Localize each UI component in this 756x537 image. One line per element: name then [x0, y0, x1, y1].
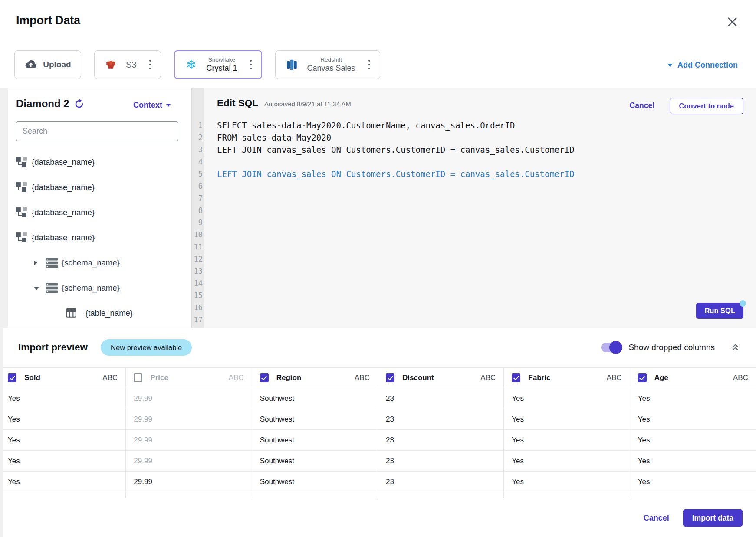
collapse-section-icon[interactable] [730, 342, 740, 353]
column-header-discount: Discount ABC [378, 368, 504, 388]
table-row: Yes29.99Southwest23YesYes [0, 472, 756, 492]
line-number: 16 [192, 301, 203, 314]
column-checkbox-discount[interactable] [386, 373, 394, 382]
connections-toolbar: Upload S3 ❄ Snowflake Crystal 1 Redshift… [0, 42, 756, 88]
caret-collapsed-icon[interactable] [34, 260, 38, 265]
line-number: 8 [192, 204, 203, 216]
table-cell: Southwest [252, 472, 378, 492]
column-type-label: ABC [733, 373, 748, 382]
editor-title: Edit SQL [217, 98, 258, 109]
show-dropped-columns-toggle[interactable] [601, 343, 621, 352]
schema-icon [46, 283, 58, 293]
code-line: SELECT sales-data-May2020.CustomerName, … [217, 119, 749, 131]
add-connection-label: Add Connection [677, 61, 738, 70]
add-connection-button[interactable]: Add Connection [667, 61, 738, 70]
table-cell: 23 [378, 451, 504, 471]
tree-item-database[interactable]: {database_name} [8, 231, 191, 245]
import-data-button[interactable]: Import data [683, 509, 743, 527]
upload-button[interactable]: Upload [14, 50, 81, 79]
sql-code-area[interactable]: SELECT sales-data-May2020.CustomerName, … [217, 119, 749, 326]
tree-item-label: {database_name} [32, 157, 95, 167]
table-cell: Yes [504, 451, 630, 471]
line-number: 6 [192, 180, 203, 192]
table-cell: Yes [504, 430, 630, 450]
table-cell: 23 [378, 430, 504, 450]
show-dropped-columns-label: Show dropped columns [628, 343, 715, 352]
table-cell: Yes [0, 451, 126, 471]
tree-item-label: {database_name} [32, 208, 95, 217]
column-checkbox-price[interactable] [134, 373, 142, 382]
column-name: Discount [402, 373, 434, 382]
code-line [217, 301, 749, 314]
tree-item-database[interactable]: {database_name} [8, 180, 191, 194]
table-cell: Yes [0, 430, 126, 450]
s3-icon [104, 59, 117, 70]
tree-item-database[interactable]: {database_name} [8, 206, 191, 219]
table-cell [630, 492, 756, 498]
column-checkbox-sold[interactable] [8, 373, 16, 382]
table-cell [252, 492, 378, 498]
code-line: FROM sales-data-May2020 [217, 131, 749, 144]
table-row: Yes29.99Southwest23YesYes [0, 409, 756, 430]
column-name: Age [654, 373, 668, 382]
run-sql-button[interactable]: Run SQL [696, 303, 743, 319]
column-checkbox-age[interactable] [638, 373, 647, 382]
tree-item-label: {database_name} [32, 183, 95, 192]
column-checkbox-region[interactable] [260, 373, 269, 382]
kebab-menu-icon[interactable] [248, 57, 253, 72]
tree-item-schema[interactable]: {schema_name} [8, 256, 191, 270]
kebab-menu-icon[interactable] [148, 57, 153, 72]
connection-card-crystal-1[interactable]: ❄ Snowflake Crystal 1 [174, 50, 262, 79]
table-cell: 23 [378, 472, 504, 492]
caret-expanded-icon[interactable] [34, 286, 38, 290]
column-type-label: ABC [607, 373, 622, 382]
column-checkbox-fabric[interactable] [512, 373, 520, 382]
line-number: 10 [192, 229, 203, 241]
code-line [217, 277, 749, 289]
editor-header: Edit SQL Autosaved 8/9/21 at 11:34 AM [217, 98, 351, 109]
table-cell: Yes [0, 388, 126, 409]
code-line [217, 180, 749, 192]
tree-item-label: {schema_name} [62, 283, 120, 293]
editor-cancel-button[interactable]: Cancel [630, 101, 654, 110]
tree-item-label: {schema_name} [62, 258, 120, 268]
tree-item-schema[interactable]: {schema_name} [8, 281, 191, 295]
code-line [217, 253, 749, 265]
tree-item-database[interactable]: {database_name} [8, 155, 191, 169]
table-row: Yes29.99Southwest23YesYes [0, 451, 756, 472]
connection-browser-sidebar: Diamond 2 Context {database_name}{databa… [8, 88, 191, 328]
cloud-upload-icon [24, 59, 37, 70]
connection-name: Canvas Sales [307, 64, 355, 73]
table-cell: Southwest [252, 388, 378, 409]
cancel-button[interactable]: Cancel [644, 514, 669, 523]
connection-service-label: Snowflake [206, 56, 237, 63]
table-cell: 29.99 [126, 388, 252, 409]
import-data-dialog: Import Data Upload S3 ❄ Snowflake Crysta… [0, 0, 756, 537]
table-cell: Yes [630, 451, 756, 471]
toggle-knob [609, 341, 622, 354]
connection-card-s3[interactable]: S3 [94, 50, 161, 79]
code-line [217, 216, 749, 229]
hierarchy-icon [16, 232, 27, 243]
connection-card-canvas-sales[interactable]: Redshift Canvas Sales [275, 50, 380, 79]
refresh-icon[interactable] [74, 99, 84, 109]
connection-name: Crystal 1 [206, 64, 237, 73]
convert-to-node-button[interactable]: Convert to node [670, 98, 744, 114]
column-name: Region [276, 373, 302, 382]
hierarchy-icon [16, 182, 27, 193]
close-icon[interactable] [727, 16, 738, 27]
table-cell: 23 [378, 388, 504, 409]
table-cell: 29.99 [126, 409, 252, 429]
tree-item-table[interactable]: {table_name} [8, 306, 191, 320]
search-input[interactable] [16, 121, 178, 141]
chevron-down-icon [667, 64, 673, 67]
sql-editor-panel: 1234567891011121314151617 Edit SQL Autos… [191, 88, 756, 328]
context-dropdown[interactable]: Context [133, 101, 171, 110]
snowflake-icon: ❄ [184, 59, 197, 71]
table-cell: 29.99 [126, 451, 252, 471]
table-cell [126, 492, 252, 498]
kebab-menu-icon[interactable] [367, 57, 372, 72]
left-edge-lower [0, 328, 3, 537]
chevron-down-icon [166, 104, 171, 107]
table-cell: Southwest [252, 430, 378, 450]
